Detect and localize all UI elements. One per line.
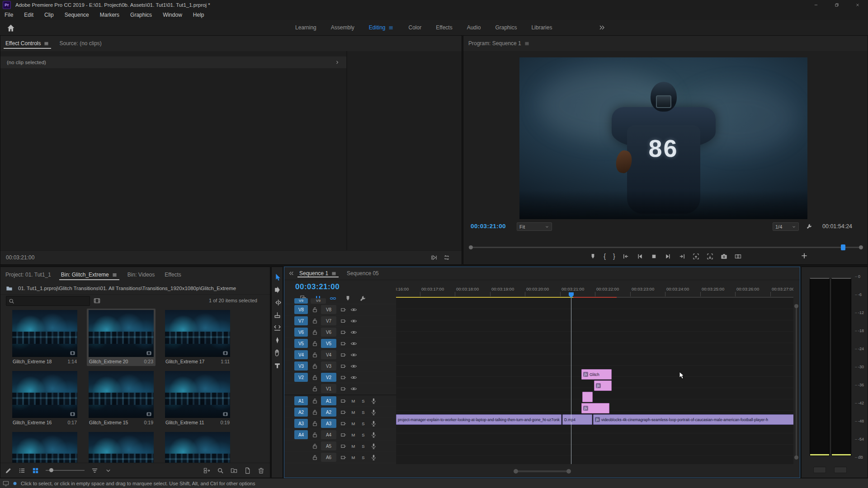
thumbnail-zoom-slider[interactable] bbox=[46, 467, 85, 474]
sync-lock-toggle[interactable] bbox=[340, 374, 347, 381]
clip-thumbnail[interactable] bbox=[89, 371, 154, 418]
track-lock-toggle[interactable] bbox=[311, 443, 318, 450]
project-panel-tab[interactable]: Bin: Glitch_Extreme bbox=[56, 267, 123, 282]
workspace-overflow-button[interactable] bbox=[599, 24, 606, 31]
mute-track-button[interactable]: M bbox=[350, 409, 357, 416]
workspace-tab[interactable]: Color bbox=[409, 24, 422, 31]
panel-tab[interactable]: Effect Controls bbox=[0, 36, 54, 51]
zoom-handle-right[interactable] bbox=[566, 469, 571, 474]
close-button[interactable] bbox=[847, 0, 868, 10]
track-lock-toggle[interactable] bbox=[311, 329, 318, 336]
slider-knob[interactable] bbox=[49, 468, 53, 472]
project-panel-tab[interactable]: Bin: Videos bbox=[123, 267, 160, 282]
mark-out-button[interactable]: } bbox=[613, 253, 615, 260]
clip-thumbnail[interactable] bbox=[165, 371, 230, 418]
add-marker-button[interactable] bbox=[590, 253, 596, 260]
track-target-button[interactable]: V2 bbox=[321, 373, 336, 382]
new-item-button[interactable] bbox=[244, 467, 251, 474]
workspace-tab[interactable]: Assembly bbox=[331, 24, 354, 31]
solo-track-button[interactable]: S bbox=[360, 398, 367, 404]
sync-lock-toggle[interactable] bbox=[340, 409, 347, 416]
playback-resolution-select[interactable]: 1/4 bbox=[773, 222, 799, 231]
track-target-button[interactable]: V8 bbox=[321, 305, 336, 314]
menu-item[interactable]: Markers bbox=[100, 12, 119, 18]
menu-item[interactable]: Help bbox=[193, 12, 204, 18]
sync-lock-toggle[interactable] bbox=[340, 318, 347, 324]
panel-tab[interactable]: Source: (no clips) bbox=[54, 36, 106, 51]
sync-lock-toggle[interactable] bbox=[340, 352, 347, 358]
project-item[interactable]: Glitch_Extreme 11 0:19 bbox=[163, 370, 232, 427]
play-in-to-out-button[interactable] bbox=[431, 254, 437, 261]
track-output-toggle[interactable] bbox=[350, 352, 357, 358]
sync-lock-toggle[interactable] bbox=[340, 385, 347, 392]
search-box[interactable] bbox=[6, 296, 90, 306]
timeline-clip[interactable]: project-manager-explain-to-worker-lookin… bbox=[396, 414, 561, 425]
source-patch-button[interactable]: A1 bbox=[294, 396, 308, 405]
track-target-button[interactable]: A5 bbox=[321, 441, 336, 450]
meter-solo-button[interactable] bbox=[813, 467, 826, 473]
glitch-transition-clip[interactable] bbox=[582, 392, 593, 402]
track-target-button[interactable]: V9 bbox=[311, 298, 326, 304]
workspace-tab[interactable]: Audio bbox=[467, 24, 481, 31]
panel-menu-icon[interactable] bbox=[524, 41, 530, 47]
automate-to-sequence-button[interactable] bbox=[203, 467, 210, 474]
voiceover-record-button[interactable] bbox=[370, 443, 377, 450]
track-lock-toggle[interactable] bbox=[311, 340, 318, 347]
step-back-button[interactable] bbox=[637, 253, 643, 260]
menu-item[interactable]: Clip bbox=[44, 12, 54, 18]
comparison-view-button[interactable] bbox=[735, 253, 741, 260]
project-writable-toggle[interactable] bbox=[5, 467, 12, 474]
track-target-button[interactable]: V6 bbox=[321, 328, 336, 337]
clip-thumbnail[interactable] bbox=[165, 310, 230, 357]
solo-track-button[interactable]: S bbox=[360, 432, 367, 438]
solo-track-button[interactable]: S bbox=[360, 454, 367, 461]
source-patch-button[interactable]: A3 bbox=[294, 419, 308, 428]
source-patch-button[interactable]: V3 bbox=[294, 361, 308, 371]
export-frame-button[interactable] bbox=[721, 253, 727, 260]
razor-tool[interactable] bbox=[274, 311, 281, 319]
track-lock-toggle[interactable] bbox=[311, 385, 318, 392]
project-item[interactable] bbox=[163, 431, 232, 463]
source-patch-button[interactable]: A2 bbox=[294, 408, 308, 417]
go-to-in-button[interactable] bbox=[623, 253, 629, 260]
workspace-tab[interactable]: Libraries bbox=[531, 24, 552, 31]
sync-lock-toggle[interactable] bbox=[340, 454, 347, 461]
track-output-toggle[interactable] bbox=[350, 306, 357, 313]
project-item[interactable] bbox=[10, 431, 79, 463]
sequence-tab[interactable]: Sequence 1 bbox=[294, 267, 342, 280]
sort-button[interactable] bbox=[91, 467, 98, 474]
track-lock-toggle[interactable] bbox=[311, 409, 318, 416]
project-item[interactable]: Glitch_Extreme 16 0:17 bbox=[10, 370, 79, 427]
voiceover-record-button[interactable] bbox=[370, 454, 377, 461]
track-output-toggle[interactable] bbox=[350, 363, 357, 370]
timeline-zoom-scrollbar[interactable] bbox=[396, 469, 789, 474]
mark-in-button[interactable]: { bbox=[604, 253, 606, 260]
sync-lock-toggle[interactable] bbox=[340, 363, 347, 370]
create-search-bin-button[interactable] bbox=[94, 297, 100, 304]
new-bin-button[interactable] bbox=[231, 467, 237, 474]
track-output-toggle[interactable] bbox=[350, 385, 357, 392]
workspace-tab[interactable]: Effects bbox=[436, 24, 452, 31]
clip-thumbnail[interactable] bbox=[12, 371, 77, 418]
project-item[interactable] bbox=[87, 431, 156, 463]
voiceover-record-button[interactable] bbox=[370, 432, 377, 438]
track-lock-toggle[interactable] bbox=[311, 420, 318, 427]
menu-item[interactable]: Edit bbox=[24, 12, 33, 18]
timeline-clip[interactable]: D.mp4 bbox=[562, 414, 592, 425]
track-target-button[interactable]: V3 bbox=[321, 361, 336, 371]
voiceover-record-button[interactable] bbox=[370, 398, 377, 404]
settings-wrench-button[interactable] bbox=[806, 223, 812, 230]
source-patch-button[interactable]: V4 bbox=[294, 350, 308, 359]
workspace-tab[interactable]: Graphics bbox=[495, 24, 517, 31]
track-target-button[interactable]: A1 bbox=[321, 396, 336, 405]
track-target-button[interactable]: A4 bbox=[321, 430, 336, 439]
track-target-button[interactable]: V4 bbox=[321, 350, 336, 359]
source-patch-button[interactable]: V7 bbox=[294, 316, 308, 325]
program-timecode[interactable]: 00:03:21:00 bbox=[471, 223, 506, 230]
project-item[interactable]: Glitch_Extreme 15 0:19 bbox=[87, 370, 156, 427]
timeline-track-area[interactable]: project-manager-explain-to-worker-lookin… bbox=[396, 298, 793, 464]
button-editor-button[interactable] bbox=[800, 252, 808, 260]
panel-menu-icon[interactable] bbox=[112, 272, 118, 278]
find-button[interactable] bbox=[217, 467, 224, 474]
mute-track-button[interactable]: M bbox=[350, 454, 357, 461]
